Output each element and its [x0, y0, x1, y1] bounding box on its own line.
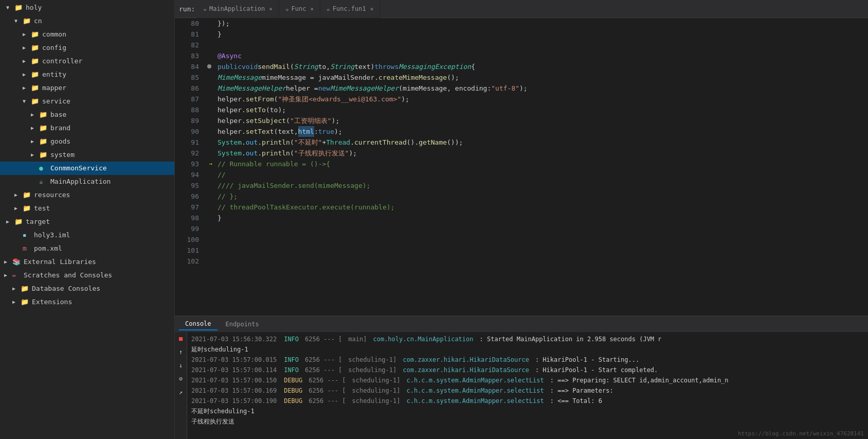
log-time-2: 2021-07-03 15:57:00.015 — [191, 355, 277, 365]
tree-item-base[interactable]: ▶ 📁 base — [0, 108, 174, 121]
log-level-6: DEBUG — [284, 396, 302, 406]
iml-icon: ▪ — [23, 230, 33, 241]
tree-item-ext-libraries[interactable]: ▶ 📚 External Libraries — [0, 255, 174, 269]
tree-label-service: service — [42, 96, 172, 107]
log-class-1: com.holy.cn.MainApplication — [373, 334, 473, 344]
tree-item-brand[interactable]: ▶ 📁 brand — [0, 121, 174, 135]
code-line-85: MimeMessage mimeMessage = javaMailSender… — [218, 72, 864, 83]
log-pid-6: 6256 --- [ — [309, 396, 346, 406]
code-line-101 — [218, 245, 864, 256]
code-line-100 — [218, 234, 864, 245]
code-line-89: helper. setSubject ( "工资明细表" ); — [218, 115, 864, 126]
clear-button[interactable]: ⊘ — [176, 374, 186, 383]
code-line-99 — [218, 223, 864, 234]
console-side-buttons: ■ ↑ ↓ ⊘ ↗ — [175, 332, 187, 439]
tree-item-common[interactable]: ▶ 📁 common — [0, 28, 174, 41]
tree-item-test[interactable]: ▶ 📁 test — [0, 202, 174, 215]
tree-item-goods[interactable]: ▶ 📁 goods — [0, 135, 174, 148]
stop-button[interactable]: ■ — [176, 334, 186, 343]
log-class-5: c.h.c.m.system.AdminMapper.selectList — [406, 385, 544, 396]
tree-label-common: common — [42, 29, 172, 40]
bottom-panel: Console Endpoints ■ ↑ ↓ ⊘ ↗ 2021-07-03 1… — [175, 315, 868, 439]
log-time-1: 2021-07-03 15:56:30.322 — [191, 334, 277, 344]
tree-item-pom[interactable]: m pom.xml — [0, 242, 174, 255]
log-pid-1: 6256 --- [ — [305, 334, 342, 344]
arrow-goods: ▶ — [31, 136, 39, 147]
tree-label-holy: holy — [26, 2, 172, 13]
scroll-up-button[interactable]: ↑ — [176, 347, 186, 357]
tab-mainapplication[interactable]: ☕ MainApplication × — [197, 0, 279, 18]
code-line-95: //// javaMailSender.send(mimeMessage); — [218, 180, 864, 191]
tree-item-scratches[interactable]: ▶ ✏ Scratches and Consoles — [0, 269, 174, 282]
folder-icon-brand: 📁 — [39, 122, 49, 134]
arrow-cn: ▼ — [14, 15, 23, 27]
arrow-config: ▶ — [23, 42, 31, 54]
tab-icon-func: ☕ — [285, 6, 289, 12]
tree-item-controller[interactable]: ▶ 📁 controller — [0, 55, 174, 68]
tree-item-cn[interactable]: ▼ 📁 cn — [0, 14, 174, 28]
tree-label-target: target — [26, 216, 172, 227]
tab-close-mainapplication[interactable]: × — [269, 6, 273, 12]
tree-label-resources: resources — [34, 189, 172, 201]
log-row-1b: 延时scheduling-1 — [191, 344, 864, 355]
code-line-87: helper. setFrom ( "神圣集团<edwards__wei@163… — [218, 94, 864, 104]
code-line-80: }); — [218, 18, 864, 29]
tree-item-iml[interactable]: ▪ holy3.iml — [0, 229, 174, 242]
tree-item-service[interactable]: ▼ 📁 service — [0, 95, 174, 108]
tree-item-entity[interactable]: ▶ 📁 entity — [0, 68, 174, 81]
log-row-2: 2021-07-03 15:57:00.015 INFO 6256 --- [ … — [191, 355, 864, 365]
arrow-ext: ▶ — [4, 256, 12, 268]
tree-item-mainapplication[interactable]: ☕ MainApplication — [0, 175, 174, 188]
log-row-bottom2: 子线程执行发送 — [191, 416, 864, 427]
tree-item-target[interactable]: ▶ 📁 target — [0, 215, 174, 229]
log-class-3: com.zaxxer.hikari.HikariDataSource — [403, 365, 529, 375]
log-class-6: c.h.c.m.system.AdminMapper.selectList — [406, 396, 544, 406]
tree-item-mapper[interactable]: ▶ 📁 mapper — [0, 81, 174, 95]
log-row-3: 2021-07-03 15:57:00.114 INFO 6256 --- [ … — [191, 365, 864, 375]
bottom-tab-endpoints[interactable]: Endpoints — [220, 319, 265, 330]
ext-libraries-icon: 📚 — [12, 256, 23, 268]
tree-item-db-consoles[interactable]: ▶ 📁 Database Consoles — [0, 282, 174, 295]
log-class-4: c.h.c.m.system.AdminMapper.selectList — [406, 375, 544, 385]
scroll-down-button[interactable]: ↓ — [176, 361, 186, 370]
log-msg-1: : Started MainApplication in 2.958 secon… — [480, 334, 662, 344]
folder-icon-cn: 📁 — [23, 15, 33, 27]
code-content[interactable]: }); } @Async public void sendMail — [213, 18, 868, 315]
tree-item-resources[interactable]: ▶ 📁 resources — [0, 188, 174, 202]
log-level-2: INFO — [284, 355, 299, 365]
tree-item-config[interactable]: ▶ 📁 config — [0, 41, 174, 55]
tree-label-cn: cn — [34, 15, 172, 27]
tree-label-config: config — [42, 42, 172, 54]
log-msg-2: : HikariPool-1 - Starting... — [535, 355, 639, 365]
tree-label-extensions: Extensions — [32, 296, 172, 308]
tree-item-system[interactable]: ▶ 📁 system — [0, 148, 174, 162]
code-line-82 — [218, 40, 864, 50]
tree-label-ext: External Libraries — [24, 256, 172, 268]
tab-label-func-fun1: Func.fun1 — [333, 5, 366, 12]
tab-close-func[interactable]: × — [310, 6, 314, 12]
tree-item-holy[interactable]: ▼ 📁 holy — [0, 1, 174, 14]
tab-icon-func-fun1: ☕ — [327, 6, 330, 12]
tab-func-fun1[interactable]: ☕ Func.fun1 × — [320, 0, 380, 18]
tab-func[interactable]: ☕ Func × — [279, 0, 320, 18]
java-app-icon-mainapplication: ☕ — [39, 176, 49, 187]
bottom-tab-console[interactable]: Console — [179, 318, 218, 330]
folder-icon-target: 📁 — [14, 216, 25, 227]
arrow-base: ▶ — [31, 109, 39, 120]
console-area[interactable]: 2021-07-03 15:56:30.322 INFO 6256 --- [ … — [187, 332, 868, 439]
scratches-icon: ✏ — [12, 270, 23, 281]
folder-icon-db: 📁 — [21, 283, 31, 294]
log-msg-6: : <== Total: 6 — [550, 396, 602, 406]
export-button[interactable]: ↗ — [176, 388, 186, 397]
code-line-102 — [218, 256, 864, 267]
tree-item-extensions[interactable]: ▶ 📁 Extensions — [0, 295, 174, 309]
tree-item-conmmonservice[interactable]: ● ConmmonService — [0, 162, 174, 175]
tree-label-iml: holy3.iml — [34, 230, 172, 241]
tab-close-func-fun1[interactable]: × — [370, 6, 374, 12]
log-msg-5: : ==> Parameters: — [550, 385, 613, 396]
tree-label-system: system — [50, 149, 172, 161]
folder-icon-ext2: 📁 — [21, 296, 31, 308]
folder-icon-mapper: 📁 — [31, 82, 41, 94]
log-row-bottom1: 不延时scheduling-1 — [191, 406, 864, 416]
tree-label-test: test — [34, 203, 172, 214]
